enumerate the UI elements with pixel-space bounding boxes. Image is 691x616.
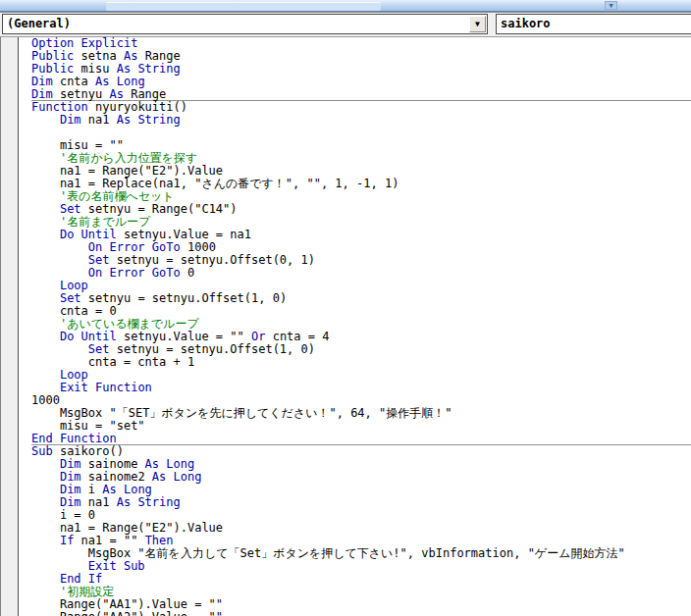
- object-combobox-value: (General): [7, 15, 467, 33]
- code-line: Exit Function: [31, 382, 691, 394]
- code-line: Range("AA2").Value = "": [31, 611, 691, 616]
- code-line: Set setnyu = setnyu.Offset(1, 0): [31, 292, 691, 305]
- code-editor-pane: Option ExplicitPublic setna As RangePubl…: [0, 37, 691, 616]
- procedure-combobox[interactable]: saikoro: [496, 14, 691, 34]
- top-window-edge-strip: ▼: [0, 0, 691, 12]
- margin-indicator-bar[interactable]: [0, 37, 19, 616]
- code-line: [31, 127, 691, 139]
- object-combobox[interactable]: (General) ▼: [2, 14, 488, 34]
- code-line: Exit Sub: [31, 560, 691, 573]
- code-line: misu = "set": [31, 420, 691, 433]
- code-line: cnta = cnta + 1: [31, 356, 691, 369]
- code-line: End If: [31, 573, 691, 586]
- object-combobox-chevron-down-icon[interactable]: ▼: [469, 16, 486, 32]
- code-line: Dim na1 As String: [31, 496, 691, 509]
- strip-inset-control: [106, 2, 381, 11]
- code-line: Dim na1 As String: [31, 114, 691, 127]
- procedure-combobox-value: saikoro: [501, 15, 681, 33]
- code-area[interactable]: Option ExplicitPublic setna As RangePubl…: [19, 37, 691, 616]
- strip-chevron-down-icon: ▼: [605, 1, 617, 10]
- combo-band: (General) ▼ saikoro: [0, 13, 691, 37]
- code-line: End Function: [31, 433, 691, 445]
- code-line: On Error GoTo 0: [31, 267, 691, 280]
